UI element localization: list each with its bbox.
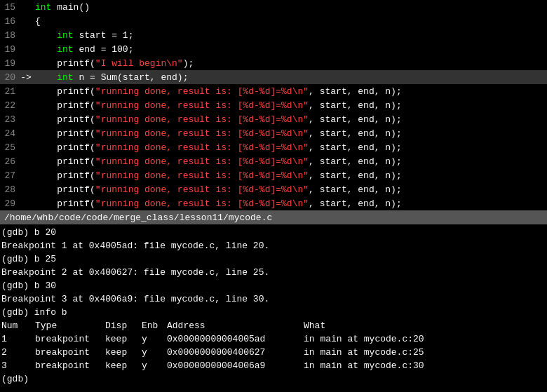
table-header-num: Num	[1, 320, 35, 331]
terminal-line: Breakpoint 3 at 0x4006a9: file mycode.c,…	[0, 292, 547, 306]
gdb-prompt: (gdb)	[1, 254, 34, 264]
code-line: 23 printf("running done, result is: [%d-…	[0, 112, 547, 126]
line-content: int start = 1;	[32, 30, 547, 41]
code-token: int	[57, 30, 73, 41]
line-number: 27	[0, 170, 20, 181]
code-token: "running done, result is: [%d-%d]=%d\n"	[95, 100, 309, 111]
table-header-addr: Address	[167, 320, 304, 331]
line-arrow	[20, 2, 32, 13]
table-cell: breakpoint	[35, 347, 105, 358]
code-token: , start, end, n);	[309, 142, 402, 153]
gdb-command[interactable]: b 25	[34, 254, 56, 264]
gdb-command[interactable]: b 30	[34, 281, 56, 291]
code-line: 28 printf("running done, result is: [%d-…	[0, 182, 547, 196]
table-cell: 2	[1, 347, 35, 358]
terminal-line: Breakpoint 1 at 0x4005ad: file mycode.c,…	[0, 239, 547, 252]
table-cell: 3	[1, 360, 35, 371]
table-cell: y	[142, 347, 167, 358]
table-cell: 0x00000000004006a9	[167, 360, 304, 371]
code-token: printf(	[35, 100, 95, 111]
code-line: 24 printf("running done, result is: [%d-…	[0, 126, 547, 140]
terminal[interactable]: (gdb) b 20Breakpoint 1 at 0x4005ad: file…	[0, 224, 547, 387]
filepath-bar: /home/whb/code/code/merge_class/lesson11…	[0, 210, 547, 224]
code-token: start = 1;	[74, 30, 134, 41]
line-number: 16	[0, 16, 20, 27]
code-token: "running done, result is: [%d-%d]=%d\n"	[95, 184, 309, 195]
code-line: 21 printf("running done, result is: [%d-…	[0, 84, 547, 98]
line-number: 23	[0, 114, 20, 125]
line-number: 25	[0, 142, 20, 153]
line-arrow	[20, 100, 32, 111]
line-content: printf("running done, result is: [%d-%d]…	[32, 184, 547, 195]
line-arrow	[20, 128, 32, 139]
code-token: printf(	[35, 58, 95, 69]
code-token: "running done, result is: [%d-%d]=%d\n"	[95, 86, 309, 97]
line-number: 29	[0, 198, 20, 209]
code-token: , start, end, n);	[309, 170, 402, 181]
line-content: printf("I will begin\n");	[32, 58, 547, 69]
code-token: "running done, result is: [%d-%d]=%d\n"	[95, 198, 309, 209]
line-arrow	[20, 86, 32, 97]
gdb-command[interactable]: info b	[34, 307, 67, 318]
terminal-line: (gdb) b 25	[0, 252, 547, 266]
code-token: printf(	[35, 184, 95, 195]
table-header-type: Type	[35, 320, 105, 331]
breakpoints-table: NumTypeDispEnbAddressWhat1breakpointkeep…	[0, 319, 547, 372]
table-header-what: What	[304, 320, 547, 331]
line-content: printf("running done, result is: [%d-%d]…	[32, 156, 547, 167]
code-token: "running done, result is: [%d-%d]=%d\n"	[95, 170, 309, 181]
line-number: 24	[0, 128, 20, 139]
line-arrow: ->	[20, 72, 32, 83]
gdb-prompt: (gdb)	[1, 281, 34, 291]
table-cell: keep	[105, 334, 142, 344]
line-number: 18	[0, 30, 20, 41]
code-token: {	[35, 16, 41, 27]
code-line: 27 printf("running done, result is: [%d-…	[0, 168, 547, 182]
code-token: printf(	[35, 156, 95, 167]
table-row: 1breakpointkeepy0x00000000004005adin mai…	[1, 332, 547, 346]
line-number: 19	[0, 44, 20, 55]
code-token: printf(	[35, 170, 95, 181]
line-number: 28	[0, 184, 20, 195]
code-token	[35, 30, 57, 41]
table-row: 3breakpointkeepy0x00000000004006a9in mai…	[1, 359, 547, 372]
terminal-line: (gdb) b 20	[0, 226, 547, 239]
code-editor: 15 int main()16 {18 int start = 1;19 int…	[0, 0, 547, 210]
code-token: , start, end, n);	[309, 198, 402, 209]
code-token: int	[57, 72, 73, 83]
code-token	[35, 72, 57, 83]
code-line: 16 {	[0, 14, 547, 28]
code-token: "running done, result is: [%d-%d]=%d\n"	[95, 156, 309, 167]
table-cell: 0x00000000004005ad	[167, 334, 304, 344]
code-line: 19 int end = 100;	[0, 42, 547, 56]
line-content: printf("running done, result is: [%d-%d]…	[32, 198, 547, 209]
table-cell: in main at mycode.c:25	[304, 347, 547, 358]
gdb-bottom-prompt[interactable]: (gdb)	[0, 372, 547, 386]
line-content: {	[32, 16, 547, 27]
code-token: "running done, result is: [%d-%d]=%d\n"	[95, 114, 309, 125]
code-token: int	[57, 44, 73, 55]
line-content: printf("running done, result is: [%d-%d]…	[32, 128, 547, 139]
line-number: 20	[0, 72, 20, 83]
terminal-output: Breakpoint 2 at 0x400627: file mycode.c,…	[1, 267, 269, 278]
terminal-line: (gdb) info b	[0, 306, 547, 319]
line-content: int end = 100;	[32, 44, 547, 55]
line-number: 19	[0, 58, 20, 69]
table-cell: keep	[105, 360, 142, 371]
line-arrow	[20, 114, 32, 125]
table-cell: breakpoint	[35, 334, 105, 344]
gdb-command[interactable]: b 20	[34, 227, 56, 238]
table-cell: keep	[105, 347, 142, 358]
table-header-enb: Enb	[142, 320, 167, 331]
code-token: end = 100;	[74, 44, 134, 55]
terminal-line: (gdb) b 30	[0, 279, 547, 292]
line-arrow	[20, 184, 32, 195]
code-token: int	[35, 2, 51, 13]
code-token: printf(	[35, 128, 95, 139]
code-token	[35, 44, 57, 55]
code-token: "running done, result is: [%d-%d]=%d\n"	[95, 142, 309, 153]
code-token: , start, end, n);	[309, 128, 402, 139]
line-arrow	[20, 16, 32, 27]
line-content: printf("running done, result is: [%d-%d]…	[32, 114, 547, 125]
line-arrow	[20, 44, 32, 55]
